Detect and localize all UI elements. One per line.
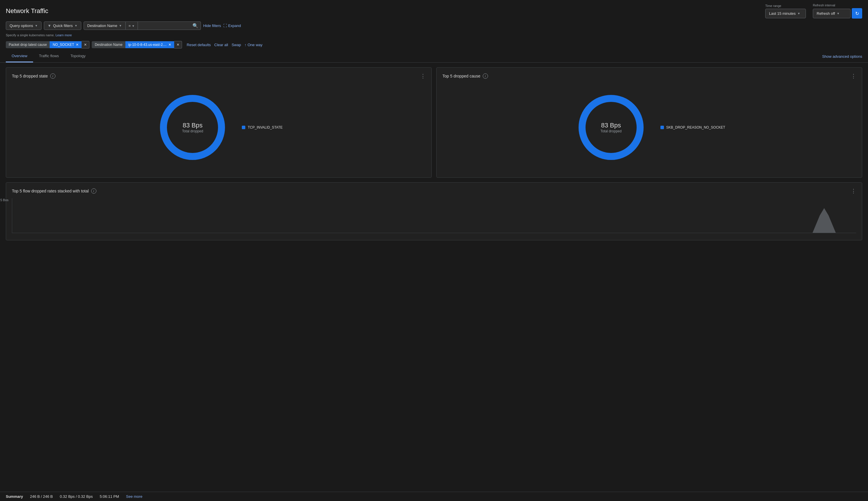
refresh-section: Refresh interval Refresh off ▼ ↻ bbox=[813, 3, 862, 19]
clear-all-button[interactable]: Clear all bbox=[214, 43, 228, 47]
tab-traffic-flows[interactable]: Traffic flows bbox=[33, 50, 65, 62]
chevron-down-icon-refresh: ▼ bbox=[837, 12, 839, 15]
refresh-row: Refresh off ▼ ↻ bbox=[813, 8, 862, 19]
filter-bar: Query options ▼ ▼ Quick filters ▼ Destin… bbox=[0, 19, 868, 33]
tag-close-no-socket[interactable]: ✕ bbox=[76, 43, 79, 46]
expand-button[interactable]: ⛶ Expand bbox=[223, 23, 241, 28]
summary-time: 5:06:11 PM bbox=[100, 494, 119, 499]
summary-rate: 0.32 Bps / 0.32 Bps bbox=[60, 494, 93, 499]
filter-tags-bar: Packet drop latest cause NO_SOCKET ✕ ✕ D… bbox=[0, 39, 868, 50]
svg-marker-4 bbox=[813, 208, 836, 233]
hint-text-content: Specify a single kubernetes name. bbox=[6, 33, 55, 37]
top-right-controls: Time range Last 15 minutes ▼ Refresh int… bbox=[765, 3, 862, 19]
dropped-state-sublabel: Total dropped bbox=[182, 129, 203, 133]
main-content: Top 5 dropped state i ⋮ 83 Bps Total dro… bbox=[0, 63, 868, 258]
hide-filters-label: Hide filters bbox=[203, 23, 221, 28]
refresh-off-dropdown[interactable]: Refresh off ▼ bbox=[813, 9, 850, 18]
query-options-label: Query options bbox=[10, 23, 33, 28]
dropped-cause-legend: SKB_DROP_REASON_NO_SOCKET bbox=[661, 125, 725, 129]
swap-button[interactable]: Swap bbox=[232, 43, 241, 47]
flow-chart-area: 2.5 Bos bbox=[12, 198, 856, 233]
charts-row: Top 5 dropped state i ⋮ 83 Bps Total dro… bbox=[6, 67, 862, 178]
tag-group-packet-drop: Packet drop latest cause NO_SOCKET ✕ ✕ bbox=[6, 41, 89, 49]
query-options-button[interactable]: Query options ▼ bbox=[6, 21, 42, 30]
dropped-state-chart-card: Top 5 dropped state i ⋮ 83 Bps Total dro… bbox=[6, 67, 432, 178]
dropped-cause-legend-label: SKB_DROP_REASON_NO_SOCKET bbox=[666, 125, 725, 129]
destination-name-dropdown[interactable]: Destination Name ▼ bbox=[84, 21, 126, 30]
dropped-cause-more-button[interactable]: ⋮ bbox=[851, 73, 856, 79]
flow-dropped-title: Top 5 flow dropped rates stacked with to… bbox=[12, 188, 96, 194]
quick-filters-label: Quick filters bbox=[53, 23, 73, 28]
expand-icon: ⛶ bbox=[223, 23, 227, 28]
chevron-down-icon-eq: ▼ bbox=[132, 24, 135, 28]
clear-all-label: Clear all bbox=[214, 43, 228, 47]
hint-text-bar: Specify a single kubernetes name. Learn … bbox=[0, 33, 868, 39]
tag-value-dest-ip: ip-10-0-8-43.us-east-2.... ✕ bbox=[126, 41, 174, 48]
show-advanced-options-button[interactable]: Show advanced options bbox=[822, 54, 862, 58]
page-title: Network Traffic bbox=[6, 7, 48, 15]
dropped-state-legend: TCP_INVALID_STATE bbox=[242, 125, 282, 129]
search-input[interactable] bbox=[140, 22, 192, 30]
see-more-label: See more bbox=[126, 494, 142, 499]
one-way-button[interactable]: ↑ One way bbox=[244, 43, 262, 47]
search-icon-button[interactable]: 🔍 bbox=[192, 23, 198, 29]
dropped-cause-donut-wrapper: 83 Bps Total dropped bbox=[574, 90, 649, 165]
tag-remove-dest-name[interactable]: ✕ bbox=[174, 41, 182, 49]
hide-filters-button[interactable]: Hide filters bbox=[203, 23, 221, 28]
dropped-state-value: 83 Bps bbox=[182, 121, 203, 129]
destination-filter-group: Destination Name ▼ = ▼ 🔍 bbox=[84, 21, 201, 30]
summary-bar: Summary 246 B / 246 B 0.32 Bps / 0.32 Bp… bbox=[0, 492, 868, 501]
tag-value-no-socket: NO_SOCKET ✕ bbox=[50, 41, 82, 48]
summary-bytes: 246 B / 246 B bbox=[30, 494, 53, 499]
chevron-down-icon-quick: ▼ bbox=[75, 24, 77, 27]
flow-dropped-card: Top 5 flow dropped rates stacked with to… bbox=[6, 182, 862, 240]
quick-filters-button[interactable]: ▼ Quick filters ▼ bbox=[44, 21, 81, 30]
expand-label: Expand bbox=[228, 23, 241, 28]
tag-group-dest-name: Destination Name ip-10-0-8-43.us-east-2.… bbox=[92, 41, 182, 49]
dropped-cause-sublabel: Total dropped bbox=[600, 129, 622, 133]
refresh-button[interactable]: ↻ bbox=[852, 8, 862, 19]
tag-remove-packet-drop[interactable]: ✕ bbox=[82, 41, 89, 49]
dropped-state-donut-center: 83 Bps Total dropped bbox=[182, 121, 203, 133]
destination-name-label: Destination Name bbox=[87, 23, 117, 28]
refresh-interval-label: Refresh interval bbox=[813, 3, 862, 7]
time-range-section: Time range Last 15 minutes ▼ bbox=[765, 4, 806, 18]
tag-label-packet-drop: Packet drop latest cause bbox=[6, 41, 50, 48]
equals-label: = bbox=[129, 23, 131, 28]
refresh-icon: ↻ bbox=[855, 11, 859, 16]
tabs-bar: Overview Traffic flows Topology Show adv… bbox=[0, 50, 868, 63]
filter-icon: ▼ bbox=[47, 23, 51, 28]
tag-close-dest-ip[interactable]: ✕ bbox=[168, 43, 171, 46]
flow-y-label: 2.5 Bos bbox=[0, 198, 8, 202]
dropped-state-donut-wrapper: 83 Bps Total dropped bbox=[155, 90, 230, 165]
dropped-state-more-button[interactable]: ⋮ bbox=[420, 73, 426, 79]
dropped-cause-chart-card: Top 5 dropped cause i ⋮ 83 Bps Total dro… bbox=[436, 67, 862, 178]
chevron-down-icon-query: ▼ bbox=[35, 24, 38, 27]
tabs-group: Overview Traffic flows Topology bbox=[6, 50, 92, 62]
summary-label: Summary bbox=[6, 494, 23, 499]
dropped-cause-chart-header: Top 5 dropped cause i ⋮ bbox=[442, 73, 856, 79]
learn-more-link[interactable]: Learn more bbox=[55, 33, 72, 37]
time-range-dropdown[interactable]: Last 15 minutes ▼ bbox=[765, 9, 806, 18]
tab-topology[interactable]: Topology bbox=[65, 50, 92, 62]
dropped-state-legend-color bbox=[242, 126, 245, 129]
dropped-state-donut-area: 83 Bps Total dropped TCP_INVALID_STATE bbox=[12, 83, 426, 172]
one-way-label: One way bbox=[248, 43, 262, 47]
flow-dropped-header: Top 5 flow dropped rates stacked with to… bbox=[12, 188, 856, 194]
flow-dropped-more-button[interactable]: ⋮ bbox=[851, 188, 856, 194]
chevron-down-icon: ▼ bbox=[797, 12, 800, 15]
search-icon: 🔍 bbox=[192, 23, 198, 28]
dropped-cause-info-icon[interactable]: i bbox=[483, 73, 488, 79]
see-more-button[interactable]: See more bbox=[126, 494, 142, 499]
dropped-state-legend-label: TCP_INVALID_STATE bbox=[248, 125, 282, 129]
refresh-off-label: Refresh off bbox=[817, 11, 835, 16]
equals-dropdown[interactable]: = ▼ bbox=[126, 21, 138, 30]
dropped-state-info-icon[interactable]: i bbox=[50, 73, 55, 79]
search-input-wrapper: 🔍 bbox=[138, 21, 201, 30]
top-bar: Network Traffic Time range Last 15 minut… bbox=[0, 0, 868, 19]
flow-dropped-info-icon[interactable]: i bbox=[91, 188, 96, 194]
dropped-cause-donut-area: 83 Bps Total dropped SKB_DROP_REASON_NO_… bbox=[442, 83, 856, 172]
reset-defaults-button[interactable]: Reset defaults bbox=[187, 43, 211, 47]
time-range-value: Last 15 minutes bbox=[769, 11, 796, 16]
tab-overview[interactable]: Overview bbox=[6, 50, 33, 62]
